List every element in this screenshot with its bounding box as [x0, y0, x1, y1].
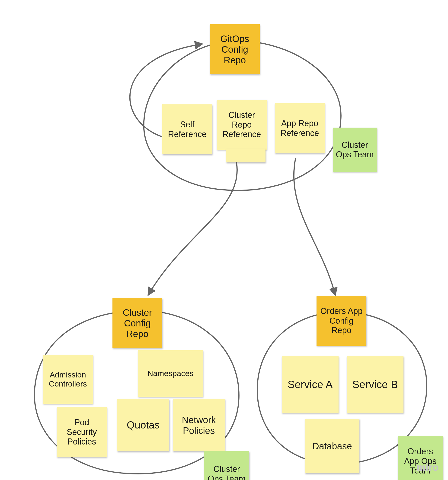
note-network-policies[interactable]: Network Policies	[173, 399, 225, 451]
note-cluster-ops-team-top[interactable]: Cluster Ops Team	[333, 127, 377, 172]
note-quotas[interactable]: Quotas	[117, 399, 169, 451]
note-pod-security-policies[interactable]: Pod Security Policies	[57, 407, 107, 457]
note-admission-controllers[interactable]: Admission Controllers	[43, 355, 93, 404]
note-service-a[interactable]: Service A	[282, 356, 339, 413]
note-service-b[interactable]: Service B	[347, 356, 404, 413]
arrow-cluster-ref-to-cluster-repo	[148, 162, 237, 295]
note-gitops-config-repo[interactable]: GitOps Config Repo	[210, 24, 260, 74]
arrow-app-ref-to-orders-repo	[294, 158, 335, 295]
note-cluster-repo-reference[interactable]: Cluster Repo Reference	[217, 100, 267, 150]
note-orders-app-config-repo[interactable]: Orders App Config Repo	[316, 296, 366, 346]
miro-watermark: miro	[417, 462, 439, 473]
note-orders-app-ops-team[interactable]: Orders App Ops Team	[398, 436, 443, 480]
note-namespaces[interactable]: Namespaces	[138, 350, 203, 397]
note-cluster-config-repo[interactable]: Cluster Config Repo	[112, 298, 162, 348]
note-cluster-ops-team-bottom[interactable]: Cluster Ops Team	[204, 451, 249, 480]
note-database[interactable]: Database	[305, 419, 359, 473]
note-cluster-repo-reference-stack	[226, 148, 266, 162]
note-app-repo-reference[interactable]: App Repo Reference	[275, 103, 325, 153]
note-self-reference[interactable]: Self Reference	[162, 104, 212, 154]
